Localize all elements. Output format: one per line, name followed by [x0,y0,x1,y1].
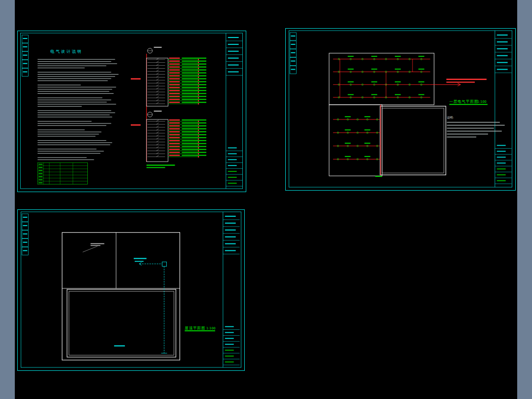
circuit-spec-bar [182,75,206,76]
note-line [38,63,117,64]
circuit-id-bar [169,84,180,85]
note-line [38,80,108,81]
panel-label-bar [131,78,141,80]
breaker-slash [156,147,159,148]
legend-text-bar [38,173,42,174]
breaker-slash [156,138,159,139]
circuit-id-bar [169,149,180,150]
circuit-end-tick [198,97,199,99]
panel-caption-bar [147,164,175,165]
breaker-slash [156,90,159,92]
circuit-spec-bar [182,70,206,71]
feeder-spec-bar [446,79,487,80]
title-block-text-bar [497,145,506,146]
title-block-text-bar [225,223,236,224]
revision-text-bar [291,52,295,53]
fixture-label-bar [364,129,370,130]
sheet-electrical-design-notes: 电气设计说明 [17,31,246,192]
breaker-slash [156,150,159,151]
revision-text-bar [23,63,27,64]
note-line [38,132,101,132]
circuit-id-bar [169,67,180,68]
leader-label-bar [91,243,105,244]
wall-outline [62,233,180,360]
circuit-spec-bar [182,84,206,85]
wiring-label-bar [135,261,144,262]
breaker-slash [156,102,159,104]
plan-title: 屋顶平面图 [185,326,205,330]
title-block-text-bar [497,157,506,158]
circuit-end-tick [198,100,199,102]
title-block-text-bar [225,243,236,244]
circuit-id-bar [169,99,180,100]
note-line [38,121,91,121]
fixture-label-bar [345,143,351,144]
legend-text-bar [38,164,42,165]
legend-text-bar [38,170,42,171]
title-block-text-bar [225,230,236,231]
note-line [38,149,96,149]
fixture-label-bar [375,176,382,177]
circuit-spec-bar [182,72,206,73]
breaker-slash [156,61,159,63]
fixture-label-bar [345,156,351,157]
title-block-text-bar [497,174,506,175]
circuit-end-tick [198,65,199,66]
circuit-end-tick [198,74,199,75]
fixture-label-bar [364,116,370,117]
circuit-end-tick [198,71,199,72]
circuit-spec-bar [182,152,206,153]
circuit-end-tick [198,144,199,146]
circuit-id-bar [169,143,180,144]
note-line [447,125,504,126]
note-line [38,151,104,152]
left-margin-strip [0,0,15,399]
breaker-slash [156,70,159,72]
circuit-end-tick [198,147,199,149]
fixture-label-bar [371,69,377,70]
note-line [38,113,115,113]
note-line [38,115,110,115]
title-block-text-bar [225,344,234,345]
wall-outline-double [67,289,176,357]
legend-text-bar [38,176,42,177]
circuit-id-bar [169,87,180,88]
fixture-label-bar [395,56,401,57]
wiring-label-bar [114,345,125,346]
circuit-id-bar [169,102,180,103]
meter-label-bar [154,47,162,48]
circuit-end-tick [198,132,199,134]
fixture-label-bar [345,116,351,117]
circuit-spec-bar [182,120,206,120]
note-line [38,136,95,136]
revision-text-bar [291,69,295,70]
circuit-id-bar [169,90,180,91]
title-block-text-bar [225,250,236,251]
wall-outline [329,105,382,176]
title-block-text-bar [497,48,508,49]
circuit-end-tick [198,77,199,78]
circuit-end-tick [198,129,199,131]
circuit-id-bar [169,78,180,79]
circuit-id-bar [169,58,180,59]
circuit-end-tick [198,80,199,81]
wall-outline [329,53,434,105]
title-block-text-bar [228,51,239,52]
note-line [38,104,116,104]
revision-text-bar [23,55,27,56]
circuit-end-tick [198,120,199,122]
circuit-end-tick [198,150,199,152]
panel-box-AL2 [147,120,168,161]
circuit-id-bar [169,64,180,65]
circuit-end-tick [198,153,199,155]
circuit-end-tick [198,85,199,87]
circuit-id-bar [169,134,180,135]
note-line [38,97,102,98]
fixture-label-bar [371,94,377,95]
title-block-text-bar [228,148,237,149]
fixture-label-bar [395,94,401,95]
circuit-end-tick [198,141,199,143]
circuit-spec-bar [182,93,206,94]
title-block-text-bar [497,180,506,181]
title-block-text-bar [228,71,239,72]
